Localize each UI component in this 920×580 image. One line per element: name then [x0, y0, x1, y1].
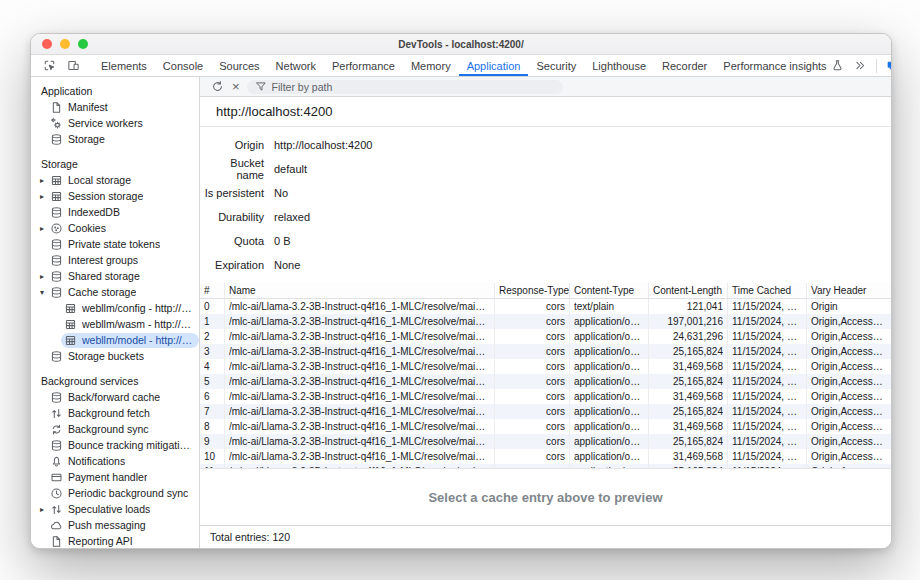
table-cell: 11/15/2024, 10…	[728, 404, 807, 419]
column-header[interactable]: Name	[225, 283, 495, 298]
metadata-row: Durability relaxed	[200, 205, 891, 229]
sidebar-item-reporting-api[interactable]: Reporting API	[31, 533, 199, 548]
sidebar-item-background-sync[interactable]: Background sync	[31, 421, 199, 437]
tab-label: Recorder	[662, 60, 707, 72]
tab-console[interactable]: Console	[155, 55, 211, 76]
sidebar-item-cache-storage[interactable]: ▾ Cache storage	[31, 284, 199, 300]
table-cell: /mlc-ai/Llama-3.2-3B-Instruct-q4f16_1-ML…	[225, 419, 495, 434]
window-titlebar[interactable]: DevTools - localhost:4200/	[31, 34, 891, 55]
column-header[interactable]: Content-Length	[649, 283, 728, 298]
column-header[interactable]: Response-Type	[495, 283, 570, 298]
disclosure-arrow[interactable]: ▸	[37, 192, 47, 201]
filter-by-path-input[interactable]	[272, 81, 555, 93]
sidebar-item-periodic-background-sync[interactable]: Periodic background sync	[31, 485, 199, 501]
sidebar-item-local-storage[interactable]: ▸ Local storage	[31, 172, 199, 188]
sidebar-item-service-workers[interactable]: Service workers	[31, 115, 199, 131]
table-row[interactable]: 2/mlc-ai/Llama-3.2-3B-Instruct-q4f16_1-M…	[200, 329, 891, 344]
divider	[876, 59, 877, 73]
sidebar-item-storage[interactable]: Storage	[31, 131, 199, 147]
table-cell: 0	[200, 299, 225, 314]
disclosure-arrow[interactable]: ▸	[37, 505, 47, 514]
column-header[interactable]: Vary Header	[807, 283, 891, 298]
metadata-value: relaxed	[274, 211, 310, 223]
gears-icon	[50, 117, 63, 130]
sidebar-item-private-state-tokens[interactable]: Private state tokens	[31, 236, 199, 252]
inspect-element-icon[interactable]	[41, 58, 57, 74]
disclosure-arrow[interactable]: ▸	[37, 272, 47, 281]
tab-performance[interactable]: Performance	[324, 55, 403, 76]
metadata-value: default	[274, 163, 307, 175]
table-row[interactable]: 3/mlc-ai/Llama-3.2-3B-Instruct-q4f16_1-M…	[200, 344, 891, 359]
sidebar-item-label: webllm/config - http://loc…	[82, 302, 193, 314]
table-cell: 25,165,824	[649, 404, 728, 419]
preview-placeholder: Select a cache entry above to preview	[200, 468, 891, 525]
sidebar-item-shared-storage[interactable]: ▸ Shared storage	[31, 268, 199, 284]
sidebar-section-items: Back/forward cache Background fetch Back…	[31, 389, 199, 548]
sidebar-item-background-fetch[interactable]: Background fetch	[31, 405, 199, 421]
tab-performance-insights[interactable]: Performance insights	[715, 55, 851, 76]
sidebar-item-speculative-loads[interactable]: ▸ Speculative loads	[31, 501, 199, 517]
column-header[interactable]: Time Cached	[728, 283, 807, 298]
disclosure-arrow[interactable]: ▸	[37, 176, 47, 185]
sidebar-item-notifications[interactable]: Notifications	[31, 453, 199, 469]
table-row[interactable]: 5/mlc-ai/Llama-3.2-3B-Instruct-q4f16_1-M…	[200, 374, 891, 389]
table-cell: 3	[200, 344, 225, 359]
table-row[interactable]: 7/mlc-ai/Llama-3.2-3B-Instruct-q4f16_1-M…	[200, 404, 891, 419]
delete-selected-icon[interactable]: ×	[232, 80, 240, 93]
tab-application[interactable]: Application	[459, 55, 529, 76]
toggle-device-toolbar-icon[interactable]	[65, 58, 81, 74]
table-cell: application/oc…	[570, 329, 649, 344]
table-cell: 11/15/2024, 10…	[728, 359, 807, 374]
sidebar-item-back-forward-cache[interactable]: Back/forward cache	[31, 389, 199, 405]
sidebar-item-interest-groups[interactable]: Interest groups	[31, 252, 199, 268]
sidebar-item-webllm-wasm-http-loca[interactable]: webllm/wasm - http://loca…	[31, 316, 199, 332]
disclosure-arrow[interactable]: ▸	[37, 224, 47, 233]
table-cell: application/oc…	[570, 404, 649, 419]
issues-message-icon[interactable]	[885, 58, 892, 74]
table-cell: 11/15/2024, 10…	[728, 374, 807, 389]
more-tabs-icon[interactable]	[852, 58, 868, 74]
table-cell: application/oc…	[570, 314, 649, 329]
column-header[interactable]: #	[200, 283, 225, 298]
filter-pill[interactable]	[247, 80, 563, 94]
sidebar-item-webllm-config-http-loc[interactable]: webllm/config - http://loc…	[31, 300, 199, 316]
table-row[interactable]: 9/mlc-ai/Llama-3.2-3B-Instruct-q4f16_1-M…	[200, 434, 891, 449]
disclosure-arrow[interactable]: ▾	[37, 288, 47, 297]
sidebar-item-manifest[interactable]: Manifest	[31, 99, 199, 115]
sidebar-item-payment-handler[interactable]: Payment handler	[31, 469, 199, 485]
sidebar-item-cookies[interactable]: ▸ Cookies	[31, 220, 199, 236]
tab-sources[interactable]: Sources	[211, 55, 267, 76]
sidebar-section-title: Background services	[31, 373, 199, 389]
refresh-icon[interactable]	[209, 79, 225, 95]
table-row[interactable]: 8/mlc-ai/Llama-3.2-3B-Instruct-q4f16_1-M…	[200, 419, 891, 434]
table-cell: cors	[495, 329, 570, 344]
table-row[interactable]: 10/mlc-ai/Llama-3.2-3B-Instruct-q4f16_1-…	[200, 449, 891, 464]
sidebar-item-indexeddb[interactable]: IndexedDB	[31, 204, 199, 220]
table-row[interactable]: 0/mlc-ai/Llama-3.2-3B-Instruct-q4f16_1-M…	[200, 299, 891, 314]
tab-security[interactable]: Security	[528, 55, 584, 76]
metadata-label: Expiration	[200, 259, 264, 271]
table-cell: 31,469,568	[649, 449, 728, 464]
sidebar-item-storage-buckets[interactable]: Storage buckets	[31, 348, 199, 364]
tab-label: Elements	[101, 60, 147, 72]
tab-network[interactable]: Network	[268, 55, 324, 76]
tab-elements[interactable]: Elements	[93, 55, 155, 76]
tab-recorder[interactable]: Recorder	[654, 55, 715, 76]
tab-memory[interactable]: Memory	[403, 55, 459, 76]
sidebar-item-push-messaging[interactable]: Push messaging	[31, 517, 199, 533]
sidebar-item-webllm-model-http-loc[interactable]: webllm/model - http://loc…	[31, 332, 199, 348]
database-icon	[50, 270, 63, 283]
table-cell: /mlc-ai/Llama-3.2-3B-Instruct-q4f16_1-ML…	[225, 389, 495, 404]
sidebar-item-session-storage[interactable]: ▸ Session storage	[31, 188, 199, 204]
file-icon	[50, 535, 63, 548]
table-cell: 7	[200, 404, 225, 419]
table-cell: 10	[200, 449, 225, 464]
table-row[interactable]: 1/mlc-ai/Llama-3.2-3B-Instruct-q4f16_1-M…	[200, 314, 891, 329]
column-header[interactable]: Content-Type	[570, 283, 649, 298]
table-cell: /mlc-ai/Llama-3.2-3B-Instruct-q4f16_1-ML…	[225, 374, 495, 389]
sidebar-item-bounce-tracking-mitigations[interactable]: Bounce tracking mitigations	[31, 437, 199, 453]
tab-lighthouse[interactable]: Lighthouse	[584, 55, 654, 76]
status-bar: Total entries: 120	[200, 525, 891, 548]
table-row[interactable]: 6/mlc-ai/Llama-3.2-3B-Instruct-q4f16_1-M…	[200, 389, 891, 404]
table-row[interactable]: 4/mlc-ai/Llama-3.2-3B-Instruct-q4f16_1-M…	[200, 359, 891, 374]
